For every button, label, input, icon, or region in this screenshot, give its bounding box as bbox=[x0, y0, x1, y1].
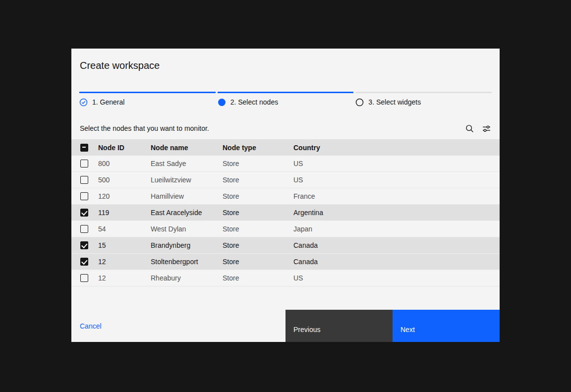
table-row[interactable]: 12 Rheabury Store US bbox=[71, 270, 500, 286]
cell-node-id: 15 bbox=[98, 241, 151, 249]
cell-node-type: Store bbox=[223, 176, 293, 184]
cell-node-id: 800 bbox=[98, 160, 151, 168]
step-label: 3. Select widgets bbox=[368, 98, 421, 107]
cell-node-type: Store bbox=[223, 241, 293, 249]
cell-country: US bbox=[293, 160, 500, 168]
cell-node-type: Store bbox=[223, 192, 293, 200]
column-header-node-id: Node ID bbox=[98, 144, 151, 152]
search-button[interactable] bbox=[463, 122, 476, 135]
step-label: 1. General bbox=[92, 98, 124, 107]
column-header-country: Country bbox=[293, 144, 500, 152]
cell-node-name: East Aracelyside bbox=[151, 209, 223, 217]
cell-node-id: 54 bbox=[98, 225, 151, 233]
cell-node-id: 12 bbox=[98, 274, 151, 282]
cell-node-name: East Sadye bbox=[151, 160, 223, 168]
table-toolbar: Select the nodes that you want to monito… bbox=[71, 117, 500, 139]
cancel-button[interactable]: Cancel bbox=[80, 322, 102, 330]
cell-node-id: 12 bbox=[98, 258, 151, 266]
cell-node-name: Hamillview bbox=[151, 192, 223, 200]
select-all-checkbox[interactable] bbox=[80, 144, 88, 152]
modal-header: Create workspace bbox=[71, 49, 500, 72]
circle-outline-icon bbox=[355, 98, 364, 107]
row-checkbox[interactable] bbox=[80, 209, 88, 217]
next-button[interactable]: Next bbox=[393, 310, 500, 342]
table-description: Select the nodes that you want to monito… bbox=[80, 124, 459, 132]
progress-step-general[interactable]: 1. General bbox=[79, 92, 216, 107]
cell-country: Canada bbox=[293, 241, 500, 249]
row-checkbox[interactable] bbox=[80, 258, 88, 266]
cell-node-name: Rheabury bbox=[151, 274, 223, 282]
table-body: 800 East Sadye Store US 500 Lueilwitzvie… bbox=[71, 156, 500, 286]
settings-adjust-icon bbox=[482, 124, 491, 133]
cell-node-type: Store bbox=[223, 209, 293, 217]
filter-button[interactable] bbox=[480, 122, 493, 135]
previous-button[interactable]: Previous bbox=[286, 310, 393, 342]
modal-footer: Cancel Previous Next bbox=[71, 310, 500, 342]
page-title: Create workspace bbox=[80, 59, 491, 72]
filled-circle-icon bbox=[218, 98, 226, 107]
cell-node-type: Store bbox=[223, 160, 293, 168]
table-row[interactable]: 12 Stoltenbergport Store Canada bbox=[71, 254, 500, 270]
cell-country: US bbox=[293, 176, 500, 184]
table-row[interactable]: 120 Hamillview Store France bbox=[71, 188, 500, 205]
column-header-node-name: Node name bbox=[151, 144, 223, 152]
cell-country: Canada bbox=[293, 258, 500, 266]
column-header-node-type: Node type bbox=[223, 144, 293, 152]
row-checkbox[interactable] bbox=[80, 274, 88, 282]
cell-node-type: Store bbox=[223, 258, 293, 266]
create-workspace-modal: Create workspace 1. General 2. Select no… bbox=[71, 49, 500, 342]
checkmark-outline-icon bbox=[79, 98, 88, 107]
step-label: 2. Select nodes bbox=[230, 98, 279, 107]
progress-step-select-nodes[interactable]: 2. Select nodes bbox=[218, 92, 354, 107]
cell-node-name: Lueilwitzview bbox=[151, 176, 223, 184]
cell-node-name: Stoltenbergport bbox=[151, 258, 223, 266]
table-row[interactable]: 119 East Aracelyside Store Argentina bbox=[71, 205, 500, 221]
cell-country: US bbox=[293, 274, 500, 282]
row-checkbox[interactable] bbox=[80, 160, 88, 168]
table-row[interactable]: 15 Brandynberg Store Canada bbox=[71, 237, 500, 254]
cell-country: Argentina bbox=[293, 209, 500, 217]
cell-node-id: 120 bbox=[98, 192, 151, 200]
cell-country: Japan bbox=[293, 225, 500, 233]
cell-node-id: 119 bbox=[98, 209, 151, 217]
row-checkbox[interactable] bbox=[80, 241, 88, 249]
row-checkbox[interactable] bbox=[80, 225, 88, 233]
table-row[interactable]: 500 Lueilwitzview Store US bbox=[71, 172, 500, 188]
progress-indicator: 1. General 2. Select nodes 3. Select wid… bbox=[79, 92, 492, 107]
cell-country: France bbox=[293, 192, 500, 200]
table-header-row: Node ID Node name Node type Country bbox=[71, 139, 500, 156]
table-row[interactable]: 800 East Sadye Store US bbox=[71, 156, 500, 172]
cell-node-type: Store bbox=[223, 274, 293, 282]
cell-node-type: Store bbox=[223, 225, 293, 233]
cell-node-id: 500 bbox=[98, 176, 151, 184]
table-row[interactable]: 54 West Dylan Store Japan bbox=[71, 221, 500, 237]
nodes-table: Node ID Node name Node type Country 800 … bbox=[71, 139, 500, 286]
cell-node-name: Brandynberg bbox=[151, 241, 223, 249]
search-icon bbox=[465, 124, 474, 133]
progress-step-select-widgets[interactable]: 3. Select widgets bbox=[355, 92, 492, 107]
row-checkbox[interactable] bbox=[80, 192, 88, 200]
row-checkbox[interactable] bbox=[80, 176, 88, 184]
cell-node-name: West Dylan bbox=[151, 225, 223, 233]
